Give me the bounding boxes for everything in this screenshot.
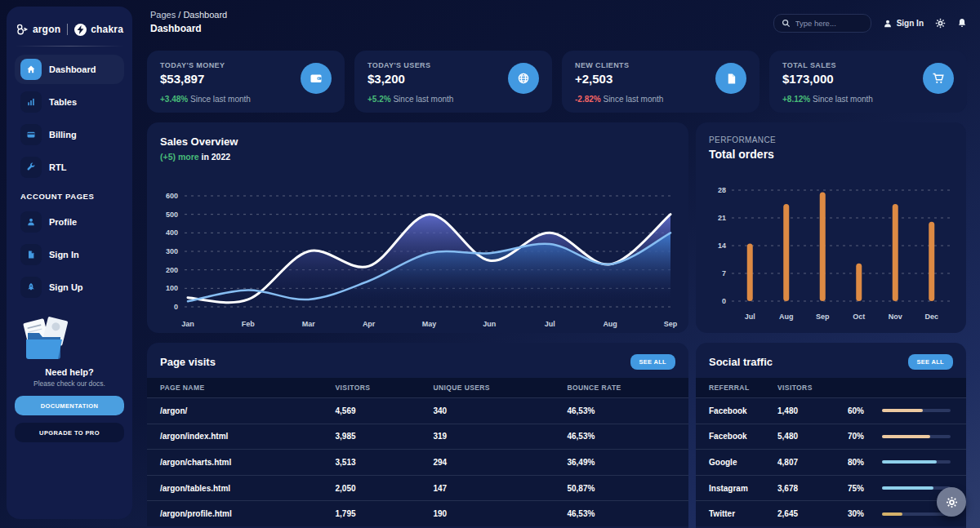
table-cell: Google bbox=[709, 458, 777, 467]
cart-icon bbox=[923, 63, 954, 94]
total-orders-chart: 07142128JulAugSepOctNovDec bbox=[709, 179, 953, 322]
table-cell: 3,985 bbox=[336, 432, 434, 441]
document-icon bbox=[715, 63, 746, 94]
performance-card: PERFORMANCE Total orders 07142128JulAugS… bbox=[696, 122, 966, 333]
table-cell: 46,53% bbox=[567, 509, 675, 518]
breadcrumb: Pages / Dashboard bbox=[150, 10, 227, 20]
search-box[interactable] bbox=[773, 14, 871, 33]
svg-text:21: 21 bbox=[718, 214, 726, 222]
bar-chart-icon bbox=[20, 91, 42, 113]
table-cell: 4,807 bbox=[777, 458, 848, 467]
svg-text:Aug: Aug bbox=[779, 313, 794, 321]
table-cell: /argon/charts.html bbox=[160, 458, 336, 467]
top-controls: Sign In bbox=[773, 10, 967, 34]
sidebar-item-label: Dashboard bbox=[49, 64, 96, 74]
person-icon bbox=[20, 211, 42, 233]
documentation-button[interactable]: DOCUMENTATION bbox=[15, 396, 124, 415]
table-cell: 3,513 bbox=[336, 458, 434, 467]
table-cell: 319 bbox=[433, 432, 567, 441]
table-row: /argon/charts.html3,51329436,49% bbox=[147, 449, 688, 475]
table-cell: Twitter bbox=[709, 509, 777, 518]
table-cell: 46,53% bbox=[567, 406, 675, 415]
search-icon bbox=[782, 19, 791, 28]
table-cell: Facebook bbox=[709, 432, 777, 441]
stat-card-todays-users: TODAY'S USERS $3,200 +5.2% Since last mo… bbox=[354, 51, 552, 113]
table-cell: 147 bbox=[433, 484, 567, 493]
column-header: BOUNCE RATE bbox=[567, 384, 675, 392]
brand-name-argon: argon bbox=[33, 24, 60, 35]
svg-text:Apr: Apr bbox=[363, 320, 376, 328]
progress-fill bbox=[882, 512, 902, 516]
stat-delta: +5.2% bbox=[368, 95, 391, 104]
svg-text:400: 400 bbox=[166, 229, 178, 237]
folder-illustration bbox=[15, 313, 124, 361]
table-cell: 340 bbox=[433, 406, 567, 415]
svg-text:Sep: Sep bbox=[664, 320, 678, 328]
percent-value: 60% bbox=[848, 406, 882, 415]
svg-text:Feb: Feb bbox=[242, 320, 256, 328]
table-row: Twitter2,64530% bbox=[696, 500, 966, 526]
sidebar-item-dashboard[interactable]: Dashboard bbox=[15, 55, 124, 84]
table-cell: Instagram bbox=[709, 484, 777, 493]
svg-text:100: 100 bbox=[166, 284, 178, 292]
table-cell: 2,050 bbox=[336, 484, 434, 493]
table-row: /argon/index.html3,98531946,53% bbox=[147, 424, 688, 450]
brand: argon chakra bbox=[15, 18, 124, 46]
table-cell: 46,53% bbox=[567, 432, 675, 441]
search-input[interactable] bbox=[795, 19, 861, 28]
breadcrumb-current[interactable]: Dashboard bbox=[183, 10, 227, 20]
table-row: /argon/profile.html1,79519046,53% bbox=[147, 500, 688, 526]
progress-bar bbox=[882, 512, 951, 516]
table-cell: 3,678 bbox=[777, 484, 848, 493]
table-cell: 5,480 bbox=[777, 432, 848, 441]
see-all-button[interactable]: SEE ALL bbox=[630, 354, 676, 370]
bell-icon[interactable] bbox=[957, 18, 967, 29]
sidebar-item-rtl[interactable]: RTL bbox=[15, 153, 124, 182]
stat-caption: +5.2% Since last month bbox=[368, 95, 453, 104]
gear-icon bbox=[946, 496, 958, 508]
column-header: VISITORS bbox=[777, 384, 953, 392]
sidebar-item-profile[interactable]: Profile bbox=[15, 207, 124, 237]
sidebar-item-tables[interactable]: Tables bbox=[15, 87, 124, 117]
svg-text:7: 7 bbox=[722, 269, 726, 277]
see-all-button[interactable]: SEE ALL bbox=[908, 354, 954, 370]
svg-text:Jan: Jan bbox=[181, 320, 194, 328]
svg-text:Jul: Jul bbox=[745, 313, 755, 321]
sidebar-item-billing[interactable]: Billing bbox=[15, 120, 124, 149]
svg-text:Jul: Jul bbox=[545, 320, 555, 328]
table-cell: /argon/tables.html bbox=[160, 484, 336, 493]
sidebar-item-signup[interactable]: Sign Up bbox=[15, 273, 124, 302]
settings-fab[interactable] bbox=[937, 487, 966, 517]
svg-text:600: 600 bbox=[166, 192, 178, 200]
svg-text:500: 500 bbox=[166, 211, 178, 219]
sidebar-item-label: Billing bbox=[49, 130, 77, 140]
stat-card-todays-money: TODAY'S MONEY $53,897 +3.48% Since last … bbox=[147, 51, 345, 113]
help-section: Need help? Please check our docs. DOCUME… bbox=[15, 313, 124, 442]
sidebar-item-label: Tables bbox=[49, 97, 77, 107]
table-header-row: REFERRALVISITORS bbox=[696, 378, 966, 397]
breadcrumb-root[interactable]: Pages bbox=[150, 10, 176, 20]
table-row: /argon/tables.html2,05014750,87% bbox=[147, 475, 688, 501]
page-title: Dashboard bbox=[150, 23, 227, 34]
brand-divider bbox=[67, 24, 68, 35]
card-head: Social traffic SEE ALL bbox=[696, 354, 966, 378]
sidebar-item-signin[interactable]: Sign In bbox=[15, 240, 124, 269]
credit-card-icon bbox=[20, 124, 42, 145]
upgrade-pro-button[interactable]: UPGRADE TO PRO bbox=[15, 423, 124, 442]
stat-caption: +3.48% Since last month bbox=[160, 95, 251, 104]
table-cell: 1,795 bbox=[336, 509, 434, 518]
table-cell: 190 bbox=[433, 509, 567, 518]
stats-row: TODAY'S MONEY $53,897 +3.48% Since last … bbox=[147, 51, 967, 113]
gear-icon[interactable] bbox=[935, 18, 946, 29]
table-row: Google4,80780% bbox=[696, 449, 966, 475]
table-header-row: PAGE NAMEVISITORSUNIQUE USERSBOUNCE RATE bbox=[147, 378, 688, 397]
percent-value: 80% bbox=[848, 458, 882, 467]
table-cell: /argon/index.html bbox=[160, 432, 336, 441]
sign-in-link[interactable]: Sign In bbox=[883, 19, 924, 29]
sidebar: argon chakra Dashboard Tables Billing RT… bbox=[7, 7, 132, 519]
sidebar-item-label: Sign Up bbox=[49, 282, 83, 292]
progress-fill bbox=[882, 435, 930, 438]
progress-bar bbox=[882, 486, 951, 490]
svg-text:May: May bbox=[422, 320, 437, 328]
sidebar-item-label: RTL bbox=[49, 162, 66, 172]
